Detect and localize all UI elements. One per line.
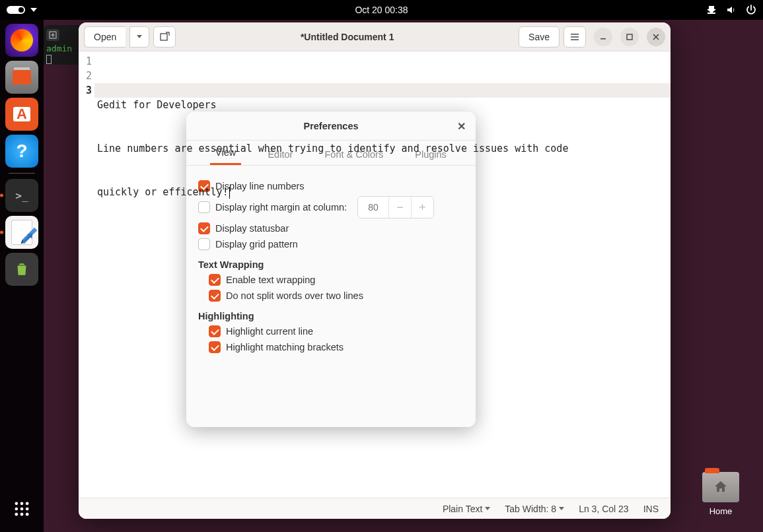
svg-point-2 (20, 502, 24, 506)
insert-mode: INS (643, 504, 659, 514)
new-tab-button[interactable] (153, 26, 176, 48)
checkbox-no-split[interactable] (209, 290, 221, 302)
save-button[interactable]: Save (519, 26, 560, 48)
svg-rect-11 (161, 34, 167, 40)
svg-point-6 (26, 508, 29, 511)
text-caret (229, 187, 230, 199)
current-line-highlight (94, 83, 671, 98)
checkbox-hl-brackets[interactable] (209, 341, 221, 353)
prefs-close-button[interactable]: ✕ (453, 118, 469, 134)
label-hl-brackets: Highlight matching brackets (226, 342, 344, 352)
activities-area[interactable] (7, 6, 37, 14)
label-enable-wrap: Enable text wrapping (226, 275, 315, 285)
section-text-wrapping: Text Wrapping (198, 259, 464, 270)
editor-line: quickly or efficently! (97, 186, 229, 198)
dock-gedit[interactable] (5, 216, 38, 249)
hamburger-menu-button[interactable] (563, 26, 586, 48)
label-grid: Display grid pattern (215, 239, 298, 249)
cursor-position: Ln 3, Col 23 (579, 504, 629, 514)
dock-trash[interactable] (5, 253, 38, 286)
dock-show-apps[interactable] (5, 492, 38, 525)
right-margin-stepper[interactable]: − + (357, 196, 434, 218)
stepper-plus[interactable]: + (411, 197, 433, 218)
power-icon[interactable] (746, 5, 756, 15)
window-title: *Untitled Document 1 (180, 32, 515, 42)
right-margin-value[interactable] (358, 197, 388, 218)
svg-point-7 (15, 513, 18, 516)
prefs-body: Display line numbers Display right margi… (186, 166, 476, 427)
checkbox-right-margin[interactable] (198, 201, 210, 213)
prefs-title: Preferences (303, 121, 358, 131)
checkbox-grid[interactable] (198, 238, 210, 250)
open-button[interactable]: Open (84, 26, 126, 48)
activities-pill[interactable] (7, 6, 25, 14)
stepper-minus[interactable]: − (388, 197, 411, 218)
svg-rect-14 (571, 39, 579, 40)
label-hl-current: Highlight current line (226, 326, 313, 337)
checkbox-enable-wrap[interactable] (209, 274, 221, 286)
volume-icon[interactable] (726, 5, 737, 15)
checkbox-hl-current[interactable] (209, 325, 221, 337)
svg-point-3 (26, 502, 29, 506)
line-number-gutter: 1 2 3 (79, 51, 94, 498)
minimize-button[interactable] (594, 28, 612, 46)
chevron-down-icon (559, 507, 564, 510)
chevron-down-icon (485, 507, 490, 510)
svg-point-8 (20, 513, 24, 516)
terminal-window-peek[interactable]: admin (44, 25, 83, 65)
network-icon[interactable] (706, 5, 717, 15)
prefs-header: Preferences ✕ (186, 112, 476, 141)
dock-firefox[interactable] (5, 24, 38, 57)
label-right-margin: Display right margin at column: (215, 202, 347, 213)
svg-rect-12 (571, 34, 579, 35)
close-button[interactable] (647, 28, 665, 46)
line-number: 1 (79, 54, 92, 69)
line-number-current: 3 (79, 83, 92, 98)
desktop-home-icon[interactable]: Home (702, 472, 739, 516)
chevron-down-icon (30, 8, 37, 12)
svg-point-4 (15, 508, 18, 511)
checkbox-statusbar[interactable] (198, 222, 210, 234)
dock-terminal[interactable] (5, 179, 38, 212)
svg-rect-16 (627, 34, 632, 40)
svg-point-5 (20, 508, 24, 511)
svg-point-1 (15, 502, 18, 506)
maximize-button[interactable] (620, 28, 639, 46)
open-recent-dropdown[interactable] (129, 26, 149, 48)
dock-help[interactable] (5, 135, 38, 168)
terminal-new-tab-icon[interactable] (46, 29, 59, 41)
dock-separator (9, 173, 35, 174)
svg-rect-15 (600, 38, 606, 40)
line-number: 2 (79, 69, 92, 83)
top-bar: Oct 20 00:38 (0, 0, 763, 20)
clock[interactable]: Oct 20 00:38 (355, 5, 408, 15)
terminal-cursor (46, 55, 52, 64)
editor-line: Line numbers are essential when trying t… (97, 143, 568, 154)
svg-rect-13 (571, 36, 579, 38)
label-no-split: Do not split words over two lines (226, 290, 363, 301)
svg-rect-0 (708, 13, 715, 14)
syntax-selector[interactable]: Plain Text (443, 504, 490, 514)
svg-point-9 (26, 513, 29, 516)
tab-width-selector[interactable]: Tab Width: 8 (505, 504, 564, 514)
desktop-home-label: Home (702, 506, 739, 516)
dock-software[interactable] (5, 98, 38, 131)
editor-line: Gedit for Developers (97, 99, 217, 111)
section-highlighting: Highlighting (198, 311, 464, 321)
dock (0, 20, 44, 532)
preferences-dialog: Preferences ✕ View Editor Font & Colors … (186, 112, 476, 427)
dock-files[interactable] (5, 61, 38, 94)
terminal-prompt: admin (46, 44, 72, 53)
statusbar: Plain Text Tab Width: 8 Ln 3, Col 23 INS (79, 498, 671, 519)
titlebar: Open *Untitled Document 1 Save (79, 22, 671, 51)
label-statusbar: Display statusbar (215, 223, 289, 234)
chevron-down-icon (137, 35, 142, 38)
